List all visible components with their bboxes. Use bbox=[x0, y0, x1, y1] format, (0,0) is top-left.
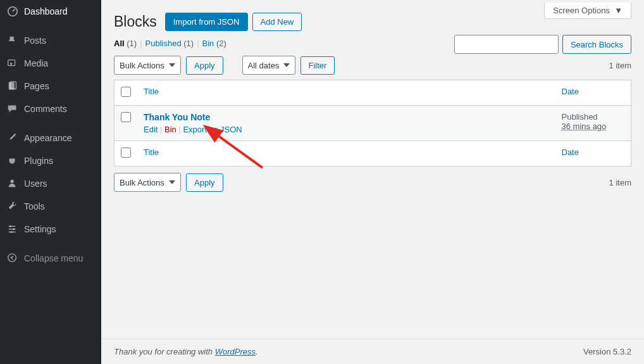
sidebar-label: Tools bbox=[24, 201, 45, 211]
sidebar-label: Plugins bbox=[24, 156, 53, 166]
import-json-button[interactable]: Import from JSON bbox=[165, 13, 248, 31]
items-count-top: 1 item bbox=[609, 61, 631, 70]
column-title-sort-bottom[interactable]: Title bbox=[144, 147, 159, 157]
page-icon bbox=[6, 80, 19, 92]
sidebar-label: Settings bbox=[24, 224, 56, 234]
admin-sidebar: Dashboard Posts Media Pages Comments App… bbox=[0, 0, 101, 364]
row-action-bin[interactable]: Bin bbox=[164, 125, 176, 134]
search-input[interactable] bbox=[454, 35, 559, 54]
select-all-bottom-checkbox[interactable] bbox=[121, 147, 131, 158]
wrench-icon bbox=[6, 200, 19, 213]
column-date-sort[interactable]: Date bbox=[562, 87, 579, 96]
sidebar-label: Media bbox=[24, 58, 48, 68]
sidebar-item-posts[interactable]: Posts bbox=[0, 29, 101, 52]
filter-bin-link[interactable]: Bin (2) bbox=[202, 39, 226, 48]
sidebar-label: Appearance bbox=[24, 133, 72, 143]
sidebar-item-dashboard[interactable]: Dashboard bbox=[0, 0, 101, 23]
footer-version: Version 5.3.2 bbox=[583, 347, 631, 356]
wordpress-link[interactable]: WordPress bbox=[215, 347, 256, 356]
sidebar-item-settings[interactable]: Settings bbox=[0, 218, 101, 241]
column-date-sort-bottom[interactable]: Date bbox=[562, 147, 579, 157]
search-button[interactable]: Search Blocks bbox=[562, 35, 631, 54]
page-title: Blocks bbox=[114, 13, 157, 30]
admin-footer: Thank you for creating with WordPress. V… bbox=[101, 339, 644, 364]
apply-bottom-button[interactable]: Apply bbox=[186, 173, 223, 192]
blocks-table: Title Date Thank You Note Edit | Bin | E… bbox=[114, 80, 631, 166]
bulk-actions-top-select[interactable]: Bulk Actions bbox=[114, 56, 181, 75]
row-action-edit[interactable]: Edit bbox=[144, 125, 158, 134]
select-all-top-checkbox[interactable] bbox=[121, 87, 131, 97]
user-icon bbox=[6, 177, 19, 190]
sidebar-item-users[interactable]: Users bbox=[0, 172, 101, 195]
column-title-sort[interactable]: Title bbox=[144, 87, 159, 96]
svg-point-7 bbox=[11, 231, 13, 233]
row-time: 36 mins ago bbox=[562, 122, 625, 131]
sidebar-label: Pages bbox=[24, 81, 49, 91]
apply-top-button[interactable]: Apply bbox=[186, 56, 223, 75]
row-select-checkbox[interactable] bbox=[121, 112, 131, 122]
brush-icon bbox=[6, 132, 19, 144]
sidebar-item-media[interactable]: Media bbox=[0, 52, 101, 75]
svg-rect-2 bbox=[9, 82, 15, 90]
sliders-icon bbox=[6, 223, 19, 235]
add-new-button[interactable]: Add New bbox=[252, 13, 302, 31]
row-action-export-json[interactable]: Export as JSON bbox=[183, 125, 242, 134]
bulk-actions-bottom-select[interactable]: Bulk Actions bbox=[114, 173, 181, 192]
media-icon bbox=[6, 57, 19, 70]
dashboard-icon bbox=[6, 5, 19, 18]
sidebar-label: Posts bbox=[24, 35, 46, 46]
row-status: Published bbox=[562, 112, 625, 122]
sidebar-item-pages[interactable]: Pages bbox=[0, 75, 101, 97]
collapse-icon bbox=[6, 252, 19, 265]
filter-button[interactable]: Filter bbox=[300, 56, 335, 75]
row-actions: Edit | Bin | Export as JSON bbox=[144, 125, 549, 134]
sidebar-label: Comments bbox=[24, 104, 67, 114]
sidebar-label: Dashboard bbox=[24, 6, 68, 16]
svg-point-5 bbox=[9, 225, 11, 227]
sidebar-label: Collapse menu bbox=[24, 253, 83, 263]
footer-credit: Thank you for creating with WordPress. bbox=[114, 347, 258, 356]
filter-published-link[interactable]: Published (1) bbox=[146, 39, 194, 48]
svg-point-6 bbox=[13, 229, 15, 230]
svg-point-4 bbox=[10, 180, 13, 183]
plug-icon bbox=[6, 154, 19, 167]
filter-all-link[interactable]: All (1) bbox=[114, 39, 137, 48]
block-title-link[interactable]: Thank You Note bbox=[144, 112, 210, 122]
date-filter-select[interactable]: All dates bbox=[242, 56, 295, 75]
sidebar-item-plugins[interactable]: Plugins bbox=[0, 149, 101, 172]
items-count-bottom: 1 item bbox=[609, 178, 631, 187]
sidebar-item-appearance[interactable]: Appearance bbox=[0, 127, 101, 149]
pin-icon bbox=[6, 34, 19, 47]
sidebar-label: Users bbox=[24, 179, 47, 189]
table-row: Thank You Note Edit | Bin | Export as JS… bbox=[115, 106, 631, 141]
comment-icon bbox=[6, 103, 19, 115]
main-content: Blocks Import from JSON Add New All (1) … bbox=[101, 0, 644, 364]
svg-point-8 bbox=[8, 254, 16, 262]
sidebar-item-collapse[interactable]: Collapse menu bbox=[0, 247, 101, 270]
sidebar-item-comments[interactable]: Comments bbox=[0, 97, 101, 120]
sidebar-item-tools[interactable]: Tools bbox=[0, 195, 101, 218]
svg-rect-1 bbox=[8, 60, 15, 66]
